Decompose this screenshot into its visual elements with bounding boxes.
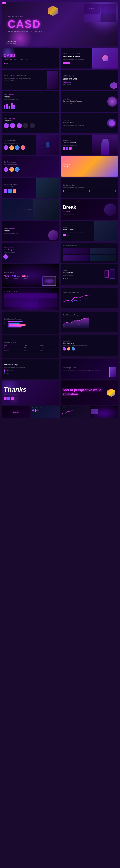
scm-bar4 — [8, 326, 22, 328]
scc-content: Sort of perspective while animation... — [61, 380, 118, 405]
s4-hex — [110, 82, 117, 89]
sca-chart — [63, 294, 116, 305]
thumb-4: Cased Mockup — [90, 406, 119, 418]
ss2-icon1 — [4, 189, 7, 193]
tbl-c4: Pro — [4, 347, 24, 349]
sh-options: Support Services Consultation Analysis — [4, 369, 57, 374]
hero-quote-sub: Data Drive Your... — [6, 43, 17, 44]
ss-orb — [107, 96, 117, 106]
stm-avatars — [63, 347, 116, 350]
st1-icon: 👤 — [45, 142, 51, 148]
sqb-label: I never forgot a book — [63, 367, 116, 368]
slide-mockup-payload: Mockup Payload 5M+ Users 332k+ Followers… — [2, 264, 59, 287]
s3-hl: Social — [10, 74, 16, 76]
sceo-photo — [92, 134, 118, 155]
sb-desc: presentation slide design — [63, 214, 116, 215]
sh-bullet2 — [4, 371, 5, 373]
slide-customer: About Customer Analysis Lorem ipsum dolo… — [2, 91, 59, 112]
hero-main-title: CASD — [8, 18, 44, 30]
scomp-content: About Case Study Comparison — [2, 113, 59, 133]
t2-content: Business Research — [31, 406, 60, 413]
spg-item1 — [63, 248, 89, 254]
hero-quote: Testimonial of Data Drive Your... — [6, 41, 17, 44]
thanks-s2 — [7, 397, 10, 400]
scm-bar1 — [8, 321, 23, 322]
smp-content: Mockup Payload 5M+ Users 332k+ Followers… — [2, 264, 59, 287]
ss2-text: Lorem ipsum dolor sit — [4, 186, 57, 188]
thumb-1: CASD — [2, 406, 30, 418]
tbl-c1: Basic — [4, 345, 24, 347]
sh-opt1: Support Services — [4, 369, 57, 371]
st2-av1 — [4, 167, 8, 172]
slide-testimonial: Testimonial User Questions "Lorem ipsum … — [61, 335, 118, 355]
scb-svg — [63, 317, 89, 329]
sceo-hl: CEO — [69, 140, 72, 141]
slide-social-work: About Social and work Lorem ipsum dolor … — [2, 70, 59, 90]
scomp-hexes — [4, 123, 57, 128]
scm-bars: Q1 Q2 Q3 Q4 — [4, 321, 57, 328]
sfin-hl: our — [67, 120, 69, 122]
hex5 — [30, 123, 35, 128]
slide-row-1: CASD PRESENTATION TEMPLATE About Case St… — [2, 48, 118, 68]
sc3-chart — [4, 102, 57, 109]
slide-project1: Project Laboratory Analysis Lorem ipsum … — [2, 221, 59, 241]
thanks-s1 — [4, 397, 6, 400]
stm-content: Testimonial User Questions "Lorem ipsum … — [61, 335, 118, 355]
slide-casd-line — [4, 61, 10, 61]
sh-bullet1 — [4, 369, 5, 371]
slide-row-14: Pricing and Table Basic $9/mo 10 users P… — [2, 335, 118, 358]
hero-section: CASD About Business CASD PRESENTATION TE… — [2, 2, 118, 46]
t2-h2 — [35, 409, 37, 412]
scomp-hl: Case Study — [8, 118, 15, 119]
s4-l2: Revenue — [67, 84, 71, 85]
scm-row1: Q1 — [4, 321, 57, 322]
s4-title: Study and web — [63, 78, 116, 80]
scm-row2: Q2 — [4, 322, 57, 324]
ss3-content: Our Service Cased Lorem ipsum dolor sit … — [61, 178, 118, 198]
thanks-s3 — [11, 397, 14, 400]
hero-tagline: PRESENTATION TEMPLATE IDEA — [8, 31, 44, 33]
bar1 — [4, 105, 5, 109]
smp-stat1: 5M+ Users — [4, 275, 9, 279]
sca-label: Chart Business Analysis — [63, 291, 116, 293]
stm-av2 — [67, 347, 70, 350]
slide-case-study: About Case Study Business Cased Lorem ip… — [61, 48, 118, 68]
scp-photo — [94, 221, 118, 241]
tl-dot3 — [115, 190, 116, 192]
ss3-label: Our Service Cased — [63, 184, 116, 186]
smp-l1: Users — [4, 278, 9, 279]
smp-label: Mockup Payload — [4, 272, 57, 273]
scb-chart-wrap — [63, 317, 116, 330]
hero-quote-label: Testimonial of — [6, 41, 17, 42]
sfin-inner — [109, 120, 115, 126]
slide-row-9: Project Laboratory Analysis Lorem ipsum … — [2, 221, 118, 241]
scm-label: Chart Business Analysis — [4, 318, 57, 320]
hero-subtitle-pre: About Business — [8, 15, 44, 17]
sp1-label: Project Laboratory — [4, 228, 57, 229]
swm-browser — [4, 293, 57, 299]
tbl-c3: 10 users — [39, 345, 57, 347]
spa-hl: portfolio — [8, 247, 14, 249]
dot3 — [7, 63, 8, 64]
sc3-title: Analysis — [4, 96, 57, 98]
slide-row-3: About Customer Analysis Lorem ipsum dolo… — [2, 91, 118, 112]
tbl-c8: $99/mo — [24, 349, 39, 351]
sceo-silhouette — [101, 138, 110, 155]
sph-phones — [105, 270, 115, 279]
tl-dot2 — [89, 190, 90, 192]
s3-photo-fill — [47, 71, 58, 89]
spg-item2 — [90, 248, 116, 254]
swm-side — [40, 299, 57, 307]
tbl-row2: Pro $29/mo Unlimited — [4, 347, 57, 349]
sph-dot3 — [67, 278, 68, 279]
bottom-thumbs: CASD Business Research Analysis — [2, 406, 118, 418]
sp1-content: Project Laboratory Analysis Lorem ipsum … — [2, 221, 59, 241]
spa-label: Project portfolio — [4, 247, 57, 249]
sb-sub: SLIDE — [63, 211, 116, 213]
scm-row3: Q3 — [4, 324, 57, 326]
slide-comparison: About Case Study Comparison — [2, 113, 59, 133]
s4-l1: Growth — [63, 84, 67, 85]
slide-ceo: Meet Our CEO Michael Johnson Lorem ipsum… — [61, 134, 118, 155]
hero-gem — [48, 6, 58, 16]
scp-badge: New — [63, 234, 66, 236]
